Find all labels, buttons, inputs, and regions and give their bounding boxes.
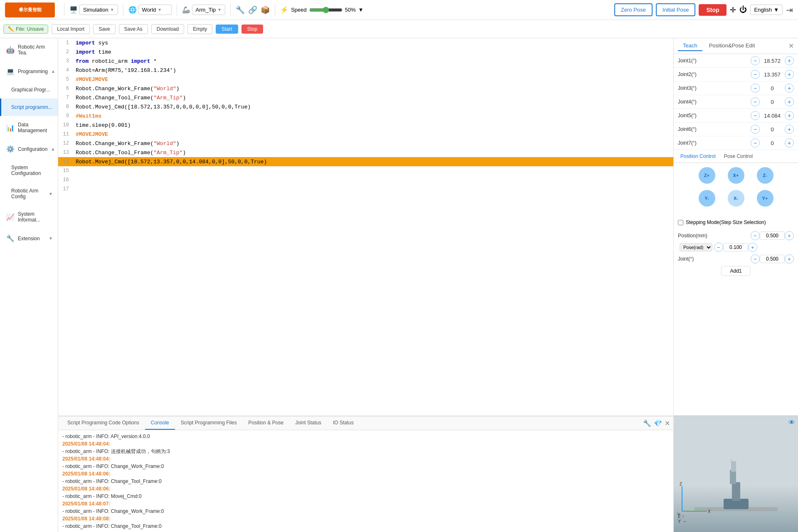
joint-minus-6[interactable]: − [751, 125, 760, 134]
sidebar-item-arm-config[interactable]: Robotic Arm Config ▼ [0, 182, 58, 205]
sidebar-item-data-mgmt[interactable]: 📊 Data Management [0, 116, 58, 139]
sidebar-item-sys-info[interactable]: 📈 System Informat... [0, 205, 58, 229]
joint-label-4: Joint4(°) [678, 99, 751, 105]
sidebar-item-robotic-arm[interactable]: 🤖 Robotic Arm Tea. [0, 38, 58, 62]
code-line-12: 12Robot.Change_Work_Frame("World") [58, 139, 673, 148]
position-step-minus[interactable]: − [751, 231, 760, 240]
teach-close-button[interactable]: ✕ [788, 42, 794, 50]
stop-top-button[interactable]: Stop [699, 4, 727, 16]
icon-2: 🔗 [248, 5, 257, 15]
sidebar-item-graphical[interactable]: Graphical Progr... [0, 81, 58, 99]
start-button[interactable]: Start [216, 25, 238, 34]
add-button[interactable]: Add1 [721, 266, 750, 276]
empty-button[interactable]: Empty [187, 24, 212, 34]
jog-z-plus[interactable]: Z+ [699, 167, 715, 184]
code-editor[interactable]: 1import sys2import time3from robotic_arm… [58, 38, 673, 416]
joint-plus-1[interactable]: + [785, 56, 794, 65]
tab-pose-ctrl[interactable]: Pose Control [722, 153, 755, 160]
console-action-2[interactable]: 💎 [654, 419, 662, 427]
console-action-1[interactable]: 🔧 [643, 419, 651, 427]
joint-minus-3[interactable]: − [751, 84, 760, 93]
right-panel: Teach Position&Pose Edit ✕ Joint1(°) − 1… [673, 38, 798, 532]
joint-minus-2[interactable]: − [751, 70, 760, 79]
save-as-button[interactable]: Save As [119, 24, 148, 34]
sidebar: 🤖 Robotic Arm Tea. 💻 Programming ▲ Graph… [0, 38, 58, 532]
speed-slider[interactable] [309, 7, 342, 13]
jog-z-minus[interactable]: Z- [757, 167, 773, 184]
line-number: 16 [58, 177, 73, 183]
programming-chevron: ▲ [51, 69, 55, 74]
exit-button[interactable]: ⇥ [786, 5, 793, 15]
data-mgmt-icon: 📊 [6, 124, 15, 132]
language-button[interactable]: English ▼ [750, 5, 783, 15]
joint-minus-1[interactable]: − [751, 56, 760, 65]
tab-position-ctrl[interactable]: Position Control [678, 153, 718, 160]
zero-pose-button[interactable]: Zero Pose [614, 3, 653, 16]
line-content: Robot.Movej_Cmd([18.572,13.357,0,0,0,0,0… [73, 103, 673, 111]
jog-x-plus[interactable]: X+ [728, 167, 744, 184]
joint-value-1: 18.572 [760, 58, 785, 64]
svg-text:X: X [708, 509, 711, 514]
power-icon[interactable]: ⏻ [739, 5, 747, 14]
arm-tip-dropdown[interactable]: Arm_Tip ▼ [192, 5, 226, 15]
tab-script-options[interactable]: Script Programing Code Options [62, 416, 145, 430]
console-close[interactable]: ✕ [665, 419, 670, 427]
download-button[interactable]: Download [151, 24, 184, 34]
tab-joint-status[interactable]: Joint Status [289, 416, 327, 430]
joint-plus-5[interactable]: + [785, 111, 794, 120]
sidebar-item-extension[interactable]: 🔧 Extension ▼ [0, 229, 58, 248]
tab-teach[interactable]: Teach [678, 41, 702, 51]
joint-row-4: Joint4(°) − 0 + [674, 95, 798, 109]
jog-y-plus[interactable]: Y+ [757, 190, 773, 207]
joint-plus-7[interactable]: + [785, 138, 794, 148]
save-button[interactable]: Save [93, 24, 115, 34]
tab-console[interactable]: Console [145, 416, 175, 430]
pose-step-dropdown[interactable]: Pose(rad) [680, 243, 712, 251]
line-content: import time [73, 49, 673, 56]
world-ctrl: 🌐 World ▼ [128, 5, 172, 15]
line-content: Robot.Change_Work_Frame("World") [73, 140, 673, 147]
jog-y-minus[interactable]: Y- [699, 190, 715, 207]
line-content: Robot.Change_Work_Frame("World") [73, 85, 673, 92]
tab-position-pose[interactable]: Position & Pose [242, 416, 289, 430]
sidebar-item-config[interactable]: ⚙️ Configuration ▲ [0, 139, 58, 159]
simulation-dropdown[interactable]: Simulation ▼ [79, 5, 118, 15]
settings-icon[interactable]: ✛ [730, 5, 736, 15]
world-dropdown[interactable]: World ▼ [138, 5, 172, 15]
jog-center[interactable]: X- [728, 190, 744, 207]
joint-step-plus[interactable]: + [785, 254, 794, 264]
pose-step-input[interactable] [723, 243, 748, 251]
joint-label-5: Joint5(°) [678, 113, 751, 118]
code-line-10: 10time.sleep(0.001) [58, 121, 673, 130]
pose-step-minus[interactable]: − [714, 243, 723, 252]
joint-plus-6[interactable]: + [785, 125, 794, 134]
tab-io-status[interactable]: IO Status [327, 416, 360, 430]
simulation-icon: 🖥️ [69, 6, 78, 14]
joint-minus-5[interactable]: − [751, 111, 760, 120]
initial-pose-button[interactable]: Initial Pose [656, 3, 696, 16]
sidebar-item-script[interactable]: Script programm... [0, 99, 58, 116]
joint-minus-7[interactable]: − [751, 138, 760, 148]
joint-plus-3[interactable]: + [785, 84, 794, 93]
joint-minus-4[interactable]: − [751, 97, 760, 106]
tab-position-pose-edit[interactable]: Position&Pose Edit [704, 41, 760, 51]
view3d: 👁 Z ↑ Y → X Z Y [674, 416, 798, 532]
joint-plus-4[interactable]: + [785, 97, 794, 106]
local-import-button[interactable]: Local Import [52, 24, 90, 34]
joint-step-minus[interactable]: − [751, 254, 760, 264]
line-number: 12 [58, 140, 73, 146]
sidebar-item-programming[interactable]: 💻 Programming ▲ [0, 62, 58, 81]
joint-plus-2[interactable]: + [785, 70, 794, 79]
speed-icon: ⚡ [280, 6, 288, 14]
position-step-input[interactable] [760, 232, 785, 240]
joint-label-6: Joint6(°) [678, 126, 751, 132]
position-step-plus[interactable]: + [785, 231, 794, 240]
joint-step-input[interactable] [760, 255, 785, 263]
stop-sec-button[interactable]: Stop [241, 25, 264, 34]
sidebar-item-sys-config[interactable]: System Configuration [0, 159, 58, 182]
pose-step-plus[interactable]: + [748, 243, 757, 252]
tab-script-files[interactable]: Script Programming Files [175, 416, 243, 430]
sidebar-label-programming: Programming [18, 69, 48, 74]
stepping-checkbox[interactable] [678, 220, 683, 225]
file-section: ✏️ File: Unsave [3, 25, 48, 34]
